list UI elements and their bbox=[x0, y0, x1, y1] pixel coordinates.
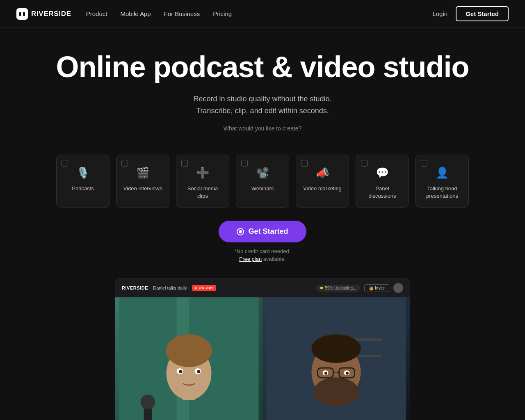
mockup-bar-left: RIVERSIDE Daniel talks daily ● ON AIR bbox=[122, 285, 216, 291]
card-panel-discussions[interactable]: 💬 Panel discussions bbox=[356, 155, 409, 208]
person-right-svg bbox=[262, 297, 410, 420]
hero-title: Online podcast & video studio bbox=[8, 51, 517, 83]
logo-icon bbox=[16, 8, 28, 20]
card-video-marketing[interactable]: 📣 Video marketing bbox=[296, 155, 349, 208]
invite-button[interactable]: 🧑 Invite bbox=[364, 284, 389, 292]
video-grid: Daniel bbox=[115, 297, 410, 420]
mockup-logo: RIVERSIDE bbox=[122, 285, 148, 290]
svg-point-10 bbox=[179, 370, 183, 373]
podcast-icon: 🎙️ bbox=[76, 167, 89, 179]
card-label-talking-head: Talking head presentations bbox=[421, 185, 463, 200]
checkbox-social-media-clips[interactable] bbox=[181, 160, 188, 167]
svg-rect-1 bbox=[23, 12, 25, 16]
nav-link-mobile-app[interactable]: Mobile App bbox=[120, 10, 151, 17]
free-plan-line: Free plan available. bbox=[0, 256, 525, 262]
nav-link-for-business[interactable]: For Business bbox=[164, 10, 200, 17]
logo[interactable]: RIVERSIDE bbox=[16, 8, 71, 20]
svg-point-29 bbox=[346, 372, 349, 375]
checkbox-video-marketing[interactable] bbox=[301, 160, 308, 167]
logo-name: RIVERSIDE bbox=[31, 10, 71, 18]
svg-point-28 bbox=[324, 372, 327, 375]
get-started-label: Get Started bbox=[248, 227, 288, 236]
svg-point-13 bbox=[141, 395, 155, 409]
card-label-video-marketing: Video marketing bbox=[303, 185, 342, 192]
mockup-topbar: RIVERSIDE Daniel talks daily ● ON AIR 59… bbox=[115, 279, 410, 297]
svg-point-21 bbox=[314, 377, 359, 406]
webinars-icon: 📽️ bbox=[256, 167, 269, 179]
social-clips-icon: ➕ bbox=[196, 167, 209, 179]
nav-link-product[interactable]: Product bbox=[86, 10, 107, 17]
checkbox-podcasts[interactable] bbox=[62, 160, 68, 167]
checkbox-talking-head[interactable] bbox=[421, 160, 427, 167]
svg-point-7 bbox=[166, 334, 212, 367]
hero-subtitle: Record in studio quality without the stu… bbox=[8, 93, 517, 117]
checkbox-webinars[interactable] bbox=[241, 160, 248, 167]
nav-link-pricing[interactable]: Pricing bbox=[213, 10, 232, 17]
nav-left: RIVERSIDE Product Mobile App For Busines… bbox=[16, 8, 232, 20]
video-interviews-icon: 🎬 bbox=[136, 167, 149, 179]
card-label-panel-discussions: Panel discussions bbox=[361, 185, 404, 200]
panel-discussions-icon: 💬 bbox=[376, 167, 389, 179]
get-started-main-button[interactable]: Get Started bbox=[219, 221, 306, 242]
cards-row: 🎙️ Podcasts 🎬 Video interviews ➕ Social … bbox=[0, 155, 525, 208]
free-plan-post: available. bbox=[262, 256, 286, 262]
card-label-social-media-clips: Social media clips bbox=[181, 185, 224, 200]
record-icon bbox=[237, 228, 244, 235]
checkbox-video-interviews[interactable] bbox=[121, 160, 128, 167]
card-label-video-interviews: Video interviews bbox=[123, 185, 162, 192]
card-webinars[interactable]: 📽️ Webinars bbox=[236, 155, 289, 208]
svg-rect-0 bbox=[19, 12, 21, 16]
mockup-session: Daniel talks daily bbox=[153, 285, 187, 290]
on-air-badge: ● ON AIR bbox=[192, 285, 216, 291]
checkbox-panel-discussions[interactable] bbox=[361, 160, 368, 167]
card-talking-head[interactable]: 👤 Talking head presentations bbox=[415, 155, 469, 208]
free-plan-link[interactable]: Free plan bbox=[239, 256, 262, 262]
get-started-wrap: Get Started bbox=[0, 221, 525, 242]
mockup-bar-right: 59% Uploading... 🧑 Invite bbox=[316, 283, 403, 293]
person-left-svg bbox=[115, 297, 262, 420]
hero-question: What would you like to create? bbox=[8, 125, 517, 132]
talking-head-icon: 👤 bbox=[436, 167, 449, 179]
nav-right: Login Get Started bbox=[432, 6, 509, 21]
login-button[interactable]: Login bbox=[432, 10, 447, 17]
mockup-wrap: RIVERSIDE Daniel talks daily ● ON AIR 59… bbox=[0, 278, 525, 420]
video-marketing-icon: 📣 bbox=[316, 167, 329, 179]
card-podcasts[interactable]: 🎙️ Podcasts bbox=[56, 155, 110, 208]
hero-section: Online podcast & video studio Record in … bbox=[0, 28, 525, 155]
svg-point-11 bbox=[197, 370, 201, 373]
avatar bbox=[393, 283, 403, 293]
card-label-webinars: Webinars bbox=[251, 185, 274, 192]
svg-point-22 bbox=[312, 334, 361, 363]
upload-dot bbox=[320, 287, 323, 289]
get-started-nav-button[interactable]: Get Started bbox=[456, 6, 509, 21]
nav-links: Product Mobile App For Business Pricing bbox=[86, 10, 232, 17]
card-label-podcasts: Podcasts bbox=[72, 185, 94, 192]
upload-indicator: 59% Uploading... bbox=[316, 285, 360, 292]
card-social-media-clips[interactable]: ➕ Social media clips bbox=[176, 155, 229, 208]
video-cell-right: Stephan bbox=[262, 297, 410, 420]
app-mockup: RIVERSIDE Daniel talks daily ● ON AIR 59… bbox=[115, 278, 410, 420]
navbar: RIVERSIDE Product Mobile App For Busines… bbox=[0, 0, 525, 28]
video-cell-left: Daniel bbox=[115, 297, 262, 420]
no-cc-text: *No credit card needed. bbox=[0, 248, 525, 254]
card-video-interviews[interactable]: 🎬 Video interviews bbox=[116, 155, 169, 208]
upload-text: 59% Uploading... bbox=[325, 286, 356, 290]
